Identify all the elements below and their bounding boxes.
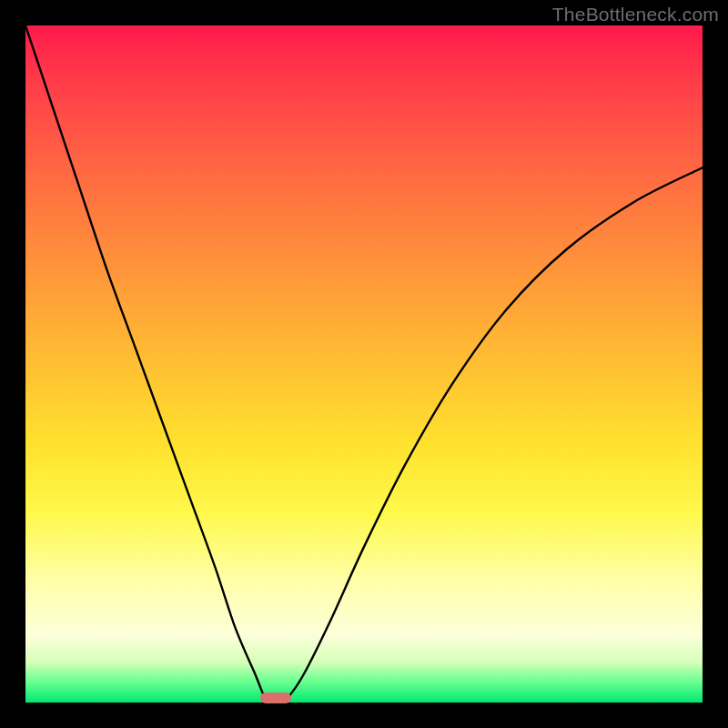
chart-frame: TheBottleneck.com xyxy=(0,0,728,728)
optimum-marker xyxy=(260,693,291,703)
plot-area xyxy=(25,25,703,703)
bottleneck-curve xyxy=(25,25,703,703)
watermark-text: TheBottleneck.com xyxy=(552,4,719,25)
